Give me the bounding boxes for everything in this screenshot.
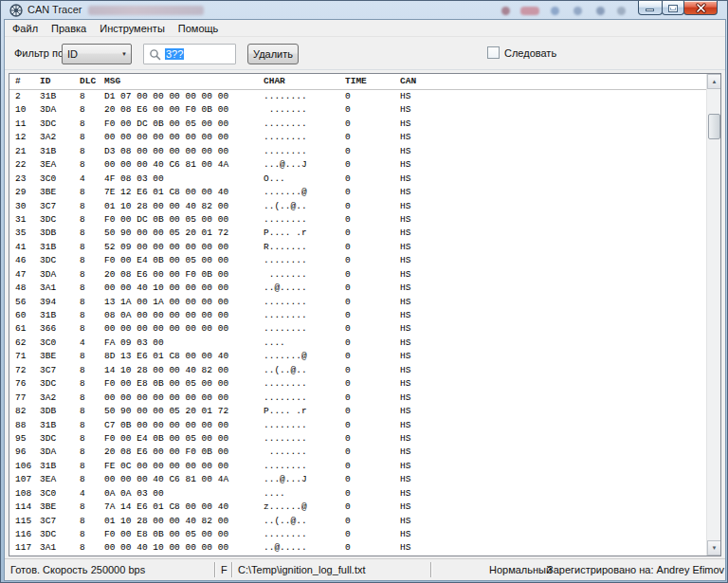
table-row[interactable]: 1153C7801 10 28 00 00 40 82 00..(..@..0H…: [9, 515, 706, 528]
maximize-button[interactable]: [662, 1, 684, 15]
table-row[interactable]: 1143BE87A 14 E6 01 C8 00 00 40z......@0H…: [9, 501, 706, 514]
status-flag: F: [221, 564, 228, 575]
cell-id: 3BE: [40, 186, 80, 199]
cell-msg: 00 00 00 40 C6 81 00 4A: [104, 473, 264, 486]
cell-dlc: 8: [80, 377, 104, 391]
cell-id: 3EA: [40, 158, 80, 172]
table-row[interactable]: 353DB850 90 00 00 05 20 01 72P.... .r0HS: [9, 227, 706, 240]
column-header-id[interactable]: ID: [40, 74, 80, 89]
table-row[interactable]: 231B8D1 07 00 00 00 00 00 00........0HS: [9, 90, 706, 103]
filter-combobox[interactable]: ID ▼: [62, 44, 132, 64]
table-row[interactable]: 963DA820 08 E6 00 00 F0 0B 00 .......0HS: [9, 446, 706, 459]
scrollbar-thumb[interactable]: [708, 114, 720, 139]
table-row[interactable]: 2131B8D3 08 00 00 00 00 00 00........0HS: [9, 145, 706, 158]
cell-time: 0: [345, 405, 400, 418]
table-row[interactable]: 463DC8F0 00 E4 0B 00 05 00 00........0HS: [9, 254, 706, 267]
table-row[interactable]: 303C7801 10 28 00 00 40 82 00..(..@..0HS: [9, 200, 706, 213]
status-message: Готов. Скорость 250000 bps: [10, 564, 145, 575]
cell-msg: 8D 13 E6 01 C8 00 00 40: [104, 350, 264, 363]
scroll-up-button[interactable]: ▲: [707, 74, 721, 89]
cell-num: 72: [15, 364, 40, 377]
table-row[interactable]: 123A2800 00 00 00 00 00 00 00........0HS: [9, 131, 706, 144]
cell-can: HS: [400, 473, 438, 486]
cell-can: HS: [400, 432, 438, 446]
follow-checkbox[interactable]: Следовать: [487, 46, 556, 59]
table-row[interactable]: 113DC8F0 00 DC 0B 00 05 00 00........0HS: [9, 118, 706, 131]
cell-time: 0: [345, 227, 400, 240]
cell-msg: F0 00 E8 0B 00 05 00 00: [104, 528, 264, 541]
cell-time: 0: [345, 309, 400, 322]
cell-char: ........: [264, 213, 345, 227]
cell-can: HS: [400, 213, 438, 227]
menu-item-help[interactable]: Помощь: [173, 22, 225, 35]
column-header-num[interactable]: #: [15, 74, 40, 89]
table-row[interactable]: 4131B852 09 00 00 00 00 00 00R.......0HS: [9, 241, 706, 254]
scroll-down-button[interactable]: ▼: [707, 540, 721, 556]
table-row[interactable]: 473DA820 08 E6 00 00 F0 0B 00 .......0HS: [9, 268, 706, 282]
table-row[interactable]: 1083C040A 0A 03 00....0HS: [9, 487, 706, 501]
menu-item-tools[interactable]: Инструменты: [94, 22, 171, 35]
column-header-dlc[interactable]: DLC: [80, 74, 104, 89]
table-row[interactable]: 953DC8F0 00 E4 0B 00 05 00 00........0HS: [9, 432, 706, 446]
close-button[interactable]: [683, 1, 718, 15]
cell-time: 0: [345, 377, 400, 391]
cell-num: 29: [15, 186, 40, 199]
cell-dlc: 8: [80, 227, 104, 240]
table-row[interactable]: 223EA800 00 00 40 C6 81 00 4A...@...J0HS: [9, 158, 706, 172]
table-row[interactable]: 233C044F 08 03 00O...0HS: [9, 173, 706, 186]
table-row[interactable]: 103DA820 08 E6 00 00 F0 0B 00 .......0HS: [9, 103, 706, 117]
cell-time: 0: [345, 322, 400, 336]
table-row[interactable]: 773A2800 00 00 00 00 00 00 00........0HS: [9, 392, 706, 405]
cell-msg: 08 0A 00 00 00 00 00 00: [104, 309, 264, 322]
column-header-time[interactable]: TIME: [345, 74, 400, 89]
cell-num: 117: [15, 541, 40, 555]
cell-can: HS: [400, 309, 438, 322]
table-row[interactable]: 61366800 00 00 00 00 00 00 00........0HS: [9, 322, 706, 336]
cell-dlc: 8: [80, 419, 104, 432]
cell-dlc: 8: [80, 541, 104, 555]
cell-msg: 01 10 28 00 00 40 82 00: [104, 515, 264, 528]
menu-item-edit[interactable]: Правка: [46, 22, 92, 35]
cell-can: HS: [400, 487, 438, 501]
cell-num: 48: [15, 282, 40, 295]
table-row[interactable]: 313DC8F0 00 DC 0B 00 05 00 00........0HS: [9, 213, 706, 227]
cell-id: 3C7: [40, 200, 80, 213]
cell-can: HS: [400, 528, 438, 541]
column-header-can[interactable]: CAN: [400, 74, 438, 89]
titlebar[interactable]: CAN Tracer: [1, 1, 727, 20]
table-row[interactable]: 713BE88D 13 E6 01 C8 00 00 40.......@0HS: [9, 350, 706, 363]
cell-can: HS: [400, 131, 438, 144]
cell-id: 3DB: [40, 227, 80, 240]
cell-num: 21: [15, 145, 40, 158]
table-row[interactable]: 6031B808 0A 00 00 00 00 00 00........0HS: [9, 309, 706, 322]
cell-id: 31B: [40, 241, 80, 254]
cell-dlc: 8: [80, 405, 104, 418]
cell-char: ........: [264, 145, 345, 158]
menu-item-file[interactable]: Файл: [7, 22, 44, 35]
cell-char: .......: [264, 103, 345, 117]
cell-dlc: 8: [80, 364, 104, 377]
table-row[interactable]: 293BE87E 12 E6 01 C8 00 00 40.......@0HS: [9, 186, 706, 199]
table-row[interactable]: 56394813 1A 00 1A 00 00 00 00........0HS: [9, 296, 706, 309]
table-row[interactable]: 1163DC8F0 00 E8 0B 00 05 00 00........0H…: [9, 528, 706, 541]
vertical-scrollbar[interactable]: ▲ ▼: [706, 74, 720, 556]
table-row[interactable]: 623C04FA 09 03 00....0HS: [9, 337, 706, 350]
cell-num: 2: [15, 90, 40, 103]
minimize-button[interactable]: [638, 1, 663, 15]
cell-id: 3C0: [40, 337, 80, 350]
table-row[interactable]: 1173A1800 00 40 10 00 00 00 00..@.....0H…: [9, 541, 706, 555]
delete-button[interactable]: Удалить: [247, 44, 299, 64]
cell-dlc: 8: [80, 131, 104, 144]
table-row[interactable]: 1073EA800 00 00 40 C6 81 00 4A...@...J0H…: [9, 473, 706, 486]
table-row[interactable]: 763DC8F0 00 E8 0B 00 05 00 00........0HS: [9, 377, 706, 391]
table-row[interactable]: 8831B8C7 0B 00 00 00 00 00 00........0HS: [9, 419, 706, 432]
search-input[interactable]: 3??: [143, 44, 236, 64]
table-row[interactable]: 10631B8FE 0C 00 00 00 00 00 00........0H…: [9, 460, 706, 473]
column-header-msg[interactable]: MSG: [104, 74, 264, 89]
column-header-char[interactable]: CHAR: [264, 74, 345, 89]
app-icon: [9, 4, 23, 17]
table-row[interactable]: 483A1800 00 40 10 00 00 00 00..@.....0HS: [9, 282, 706, 295]
table-row[interactable]: 823DB850 90 00 00 05 20 01 72P.... .r0HS: [9, 405, 706, 418]
table-row[interactable]: 723C7814 10 28 00 00 40 82 00..(..@..0HS: [9, 364, 706, 377]
cell-msg: D1 07 00 00 00 00 00 00: [104, 90, 264, 103]
